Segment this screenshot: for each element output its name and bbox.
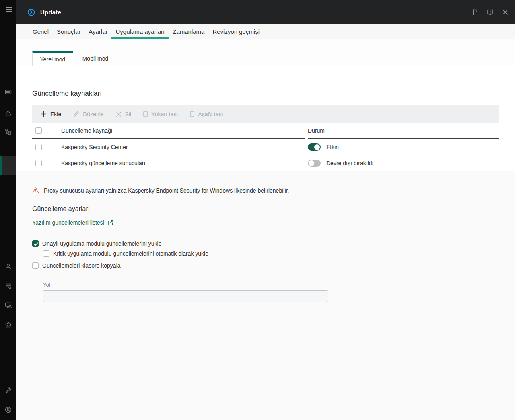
discovery-monitor-search-icon[interactable]	[5, 302, 12, 309]
approved-updates-row: Onaylı uygulama modülü güncellemelerini …	[32, 240, 499, 247]
update-sources-section: Güncelleme kaynakları Ekle Düzenle Sil Y…	[16, 66, 515, 171]
sources-heading: Güncelleme kaynakları	[32, 66, 499, 98]
main-nav-sidebar	[0, 0, 16, 420]
copy-to-folder-row: Güncellemeleri klasöre kopyala	[32, 262, 499, 269]
subtab-yerel-mod[interactable]: Yerel mod	[32, 51, 73, 66]
task-header: Update	[16, 0, 515, 24]
external-link-icon	[107, 220, 113, 226]
move-up-button[interactable]: Yukarı taşı	[143, 111, 178, 117]
move-up-box-icon	[143, 111, 148, 117]
main-panel: Update Genel Sonuçlar Ayarlar Uygulama a…	[16, 0, 515, 420]
tab-ayarlar[interactable]: Ayarlar	[84, 24, 111, 39]
path-input[interactable]	[43, 290, 328, 302]
delete-button[interactable]: Sil	[116, 111, 132, 117]
manual-book-icon[interactable]	[485, 7, 495, 17]
subtab-mobil-mod[interactable]: Mobil mod	[73, 51, 117, 66]
monitoring-dashboard-icon[interactable]	[5, 89, 12, 96]
task-status-icon	[27, 8, 35, 16]
users-person-icon[interactable]	[5, 263, 12, 270]
warning-triangle-icon	[32, 187, 39, 194]
row-checkbox[interactable]	[35, 160, 42, 166]
flag-icon[interactable]	[470, 7, 480, 17]
tab-genel[interactable]: Genel	[29, 24, 53, 39]
move-down-box-icon	[190, 111, 194, 117]
account-person-circle-icon[interactable]	[5, 406, 12, 413]
warning-text: Proxy sunucusu ayarları yalnızca Kaspers…	[44, 187, 289, 194]
settings-wrench-icon[interactable]	[5, 387, 12, 394]
source-name: Kaspersky güncelleme sunucuları	[56, 155, 305, 171]
cross-icon	[116, 111, 122, 117]
hamburger-menu-icon[interactable]	[5, 6, 12, 13]
software-updates-link-row: Yazılım güncellemeleri listesi	[32, 219, 499, 226]
pencil-icon	[73, 111, 79, 117]
table-row	[32, 155, 56, 171]
checkbox-label: Kritik uygulama modülü güncellemelerini …	[53, 250, 208, 257]
critical-updates-row: Kritik uygulama modülü güncellemelerini …	[43, 250, 499, 257]
policies-list-gear-icon[interactable]	[5, 283, 12, 289]
app-root: Update Genel Sonuçlar Ayarlar Uygulama a…	[0, 0, 515, 420]
status-label: Devre dışı bırakıldı	[326, 160, 374, 166]
column-header-source: Güncelleme kaynağı	[56, 123, 305, 139]
marketplace-basket-icon[interactable]	[5, 321, 12, 328]
move-down-button[interactable]: Aşağı taşı	[190, 111, 223, 117]
page-title: Update	[40, 9, 61, 16]
checkbox-label: Onaylı uygulama modülü güncellemelerini …	[42, 240, 162, 247]
tab-zamanlama[interactable]: Zamanlama	[169, 24, 208, 39]
hierarchy-tree-icon[interactable]	[5, 129, 12, 135]
settings-heading: Güncelleme ayarları	[32, 205, 499, 213]
select-all-checkbox[interactable]	[35, 127, 42, 134]
plus-icon	[41, 111, 47, 117]
path-label: Yol	[43, 282, 499, 288]
source-name: Kaspersky Security Center	[56, 139, 305, 155]
sources-toolbar: Ekle Düzenle Sil Yukarı taşı Aşağı taşı	[32, 105, 499, 123]
sources-table: Güncelleme kaynağı Durum Kaspersky Secur…	[32, 123, 499, 171]
header-actions	[470, 7, 510, 17]
mode-subtabs: Yerel mod Mobil mod	[16, 39, 515, 66]
row-checkbox[interactable]	[35, 144, 42, 150]
update-settings-section: Proxy sunucusu ayarları yalnızca Kaspers…	[16, 171, 515, 420]
source-status-cell: Etkin	[308, 139, 499, 155]
status-toggle[interactable]	[308, 160, 321, 167]
task-tabs: Genel Sonuçlar Ayarlar Uygulama ayarları…	[16, 24, 515, 39]
source-status-cell: Devre dışı bırakıldı	[308, 155, 499, 171]
column-header-status: Durum	[308, 123, 499, 139]
status-toggle[interactable]	[308, 143, 321, 151]
software-updates-link[interactable]: Yazılım güncellemeleri listesi	[32, 219, 104, 226]
copy-to-folder-checkbox[interactable]	[32, 262, 39, 269]
sidebar-divider	[3, 103, 13, 103]
tab-uygulama-ayarlari[interactable]: Uygulama ayarları	[111, 24, 169, 39]
proxy-warning: Proxy sunucusu ayarları yalnızca Kaspers…	[32, 171, 499, 194]
select-all-header-cell	[32, 123, 56, 139]
add-button[interactable]: Ekle	[41, 111, 61, 117]
edit-button[interactable]: Düzenle	[73, 111, 103, 117]
alerts-warning-triangle-icon[interactable]	[5, 109, 12, 116]
tab-sonuclar[interactable]: Sonuçlar	[53, 24, 84, 39]
status-label: Etkin	[326, 144, 339, 150]
critical-updates-checkbox[interactable]	[43, 250, 49, 257]
sidebar-item-active[interactable]	[0, 156, 16, 175]
approved-updates-checkbox[interactable]	[32, 240, 39, 247]
tab-revizyon-gecmisi[interactable]: Revizyon geçmişi	[208, 24, 264, 39]
close-icon[interactable]	[500, 7, 510, 17]
checkbox-label: Güncellemeleri klasöre kopyala	[42, 262, 121, 269]
table-row	[32, 139, 56, 155]
